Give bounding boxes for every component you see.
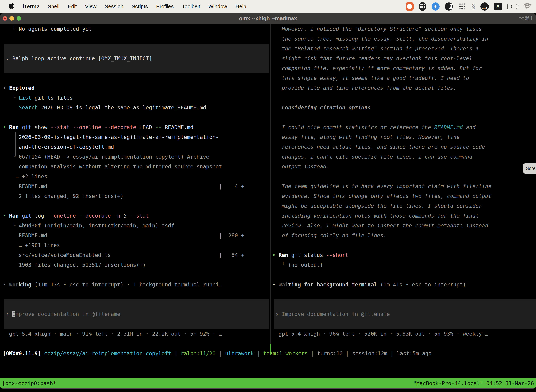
terminal-line: review. Also, I might want to inspect th…	[272, 221, 536, 231]
terminal-line	[3, 34, 270, 44]
terminal-line: output instead.	[272, 162, 536, 172]
terminal-line: └ 067f154 (HEAD -> essay/ai-reimplementa…	[3, 152, 270, 162]
app-bolt-badge-icon[interactable]	[431, 2, 440, 10]
terminal-line: essay file, along with finding root file…	[272, 132, 536, 142]
terminal-line: Considering citation options	[272, 103, 536, 112]
right-pane-lines: However, I noticed the "Directory Struct…	[272, 24, 536, 299]
terminal-line: I could cite commit statistics or refere…	[272, 122, 536, 132]
terminal-line: README.md | 280 +	[3, 231, 270, 240]
left-prompt-input[interactable]: › Improve documentation in @filename	[6, 299, 120, 329]
ralph-loop-banner: › Ralph loop active continue [OMX_TMUX_I…	[4, 44, 269, 73]
terminal-line: 1903 files changed, 513517 insertions(+)	[3, 260, 270, 270]
menu-item-toolbelt[interactable]: Toolbelt	[182, 4, 200, 9]
terminal-line	[272, 289, 536, 299]
menu-item-session[interactable]: Session	[105, 4, 124, 9]
terminal-line: └ (no output)	[272, 260, 536, 270]
wifi-icon[interactable]	[523, 3, 532, 10]
terminal-line: └ No agents completed yet	[3, 24, 270, 34]
privacy-shield-icon[interactable]	[419, 2, 426, 11]
terminal-line	[272, 270, 536, 280]
left-model-status: gpt-5.4 xhigh · main · 91% left · 2.31M …	[3, 329, 270, 339]
menu-item-edit[interactable]: Edit	[68, 4, 77, 9]
terminal-line: … +1901 lines	[3, 240, 270, 250]
tmux-session-label: [omx-cczip0:bash*	[2, 380, 56, 386]
apple-menu[interactable]	[8, 3, 14, 10]
terminal-line: • Ran git status --short	[272, 250, 536, 260]
terminal-line: src/voice/voiceModeEnabled.ts | 54 +	[3, 250, 270, 260]
menu-item-iterm2[interactable]: iTerm2	[23, 4, 39, 9]
terminal-line: README.md | 4 +	[3, 182, 270, 191]
count-badge-icon[interactable]: ..61	[480, 2, 489, 10]
terminal-line: 2026-03-09-is-legal-the-same-as-legitima…	[3, 132, 270, 142]
right-model-status: gpt-5.4 xhigh · 96% left · 520K in · 5.8…	[272, 329, 536, 339]
left-prompt-box[interactable]: › Improve documentation in @filename	[4, 299, 269, 329]
left-pane-lines: • Explored └ List git ls-files Search 20…	[3, 73, 270, 299]
screen-share-icon[interactable]	[406, 2, 414, 10]
terminal-line: companion analysis without altering the …	[3, 162, 270, 172]
terminal-line: … +2 lines	[3, 172, 270, 182]
terminal-line	[272, 172, 536, 182]
menubar-status-icons: § ..61 A	[406, 2, 536, 11]
omx-status-line: [OMX#0.11.9] cczip/essay/ai-reimplementa…	[0, 349, 536, 359]
menu-item-shell[interactable]: Shell	[48, 4, 59, 9]
terminal-line: slight risk that future readers may over…	[272, 54, 536, 63]
ralph-loop-banner-text: › Ralph loop active continue [OMX_TMUX_I…	[6, 44, 152, 73]
terminal-line: • Waiting for background terminal (1m 41…	[272, 280, 536, 289]
terminal-line: evidence. Since this change only affects…	[272, 191, 536, 201]
terminal-line: the "Related research writing" section i…	[272, 44, 536, 54]
terminal-line	[3, 112, 270, 122]
window-titlebar[interactable]: omx --xhigh --madmax ⌥⌘1	[0, 13, 536, 24]
menu-item-help[interactable]: Help	[235, 4, 246, 9]
terminal-line: └ 4b9d30f (origin/main, instructkr/main,…	[3, 221, 270, 231]
terminal-line: However, I noticed the "Directory Struct…	[272, 24, 536, 34]
menu-item-scripts[interactable]: Scripts	[132, 4, 148, 9]
menu-bar: iTerm2 Shell Edit View Session Scripts P…	[0, 0, 536, 13]
menu-item-view[interactable]: View	[85, 4, 96, 9]
apple-icon	[8, 3, 14, 10]
terminal-line: • Ran git show --stat --oneline --decora…	[3, 122, 270, 132]
right-prompt-input[interactable]: › Improve documentation in @filename	[275, 299, 390, 329]
terminal-line	[3, 201, 270, 211]
terminal-line: 2 files changed, 92 insertions(+)	[3, 191, 270, 201]
terminal-line: of focusing solely on file lines.	[272, 231, 536, 240]
terminal-line: changes, I can't cite specific file line…	[272, 152, 536, 162]
right-prompt-box[interactable]: › Improve documentation in @filename	[274, 299, 536, 329]
terminal-line	[272, 112, 536, 122]
dots-grid-icon[interactable]	[458, 2, 466, 10]
terminal-line: └ List git ls-files	[3, 93, 270, 103]
terminal-line: • Working (11m 13s • esc to interrupt) ·…	[3, 280, 270, 289]
moon-icon[interactable]	[445, 2, 453, 10]
terminal-line: • Ran git log --oneline --decorate -n 5 …	[3, 211, 270, 221]
window-title: omx --xhigh --madmax	[0, 13, 536, 24]
terminal-line: Search 2026-03-09-is-legal-the-same-as-l…	[3, 103, 270, 112]
terminal-line	[272, 93, 536, 103]
terminal-line: The team guideline is to back every impo…	[272, 182, 536, 191]
terminal-line	[3, 289, 270, 299]
iterm2-window: omx --xhigh --madmax ⌥⌘1 └ No agents com…	[0, 13, 536, 388]
menu-item-profiles[interactable]: Profiles	[156, 4, 174, 9]
right-terminal-pane[interactable]: However, I noticed the "Directory Struct…	[271, 24, 536, 339]
charging-bolt-icon	[510, 4, 513, 9]
terminal-line: references need actual files, and since …	[272, 142, 536, 152]
terminal-line: provide file and line references from th…	[272, 83, 536, 93]
terminal-line: this single essay, it seems like a good …	[272, 73, 536, 83]
tree-connector-line	[15, 132, 16, 156]
tmux-host-clock: "MacBook-Pro-44.local" 04:52 31-Mar-26	[413, 380, 534, 386]
screen-share-tooltip[interactable]: Scre	[523, 163, 536, 173]
battery-charging-icon[interactable]	[507, 4, 517, 9]
terminal-line: companion file, especially if more comme…	[272, 63, 536, 73]
terminal-line	[272, 240, 536, 250]
desktop: { "menubar": { "items": ["iTerm2", "Shel…	[0, 0, 536, 392]
horizontal-separator	[0, 344, 536, 344]
titlebar-shortcut-badge: ⌥⌘1	[518, 13, 533, 24]
terminal-line: and-the-erosion-of-copyleft.md	[3, 142, 270, 152]
left-terminal-pane[interactable]: └ No agents completed yet › Ralph loop a…	[0, 24, 270, 339]
squiggle-icon[interactable]: §	[472, 2, 475, 10]
keyboard-layout-icon[interactable]: A	[494, 3, 502, 10]
terminal-line: might be acceptable alongside the file l…	[272, 201, 536, 211]
tmux-status-bar: [omx-cczip0:bash* "MacBook-Pro-44.local"…	[0, 378, 536, 388]
menu-item-window[interactable]: Window	[208, 4, 227, 9]
terminal-line	[3, 270, 270, 280]
terminal-line: • Explored	[3, 83, 270, 93]
terminal-line	[3, 73, 270, 83]
